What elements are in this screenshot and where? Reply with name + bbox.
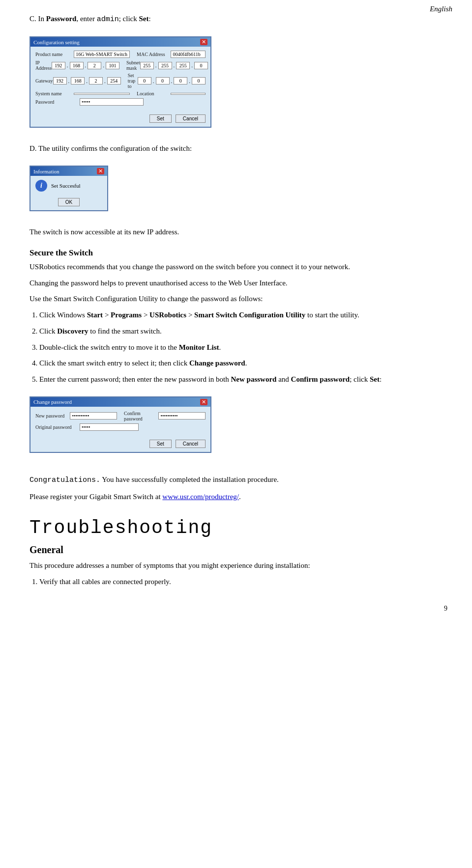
- gw-4: 254: [107, 77, 121, 84]
- info-dialog: Information ✕ i Set Succesful OK: [30, 166, 108, 211]
- verify-cables-item: Verify that all cables are connected pro…: [39, 576, 442, 588]
- register-para: Please register your Gigabit Smart Switc…: [30, 491, 442, 503]
- subnet-value-group: 255 . 255 . 255 . 0: [140, 62, 208, 69]
- info-message: Set Succesful: [51, 183, 81, 189]
- product-name-label: Product name: [35, 52, 74, 57]
- step-c-text: C. In Password, enter admin; click Set:: [30, 15, 442, 24]
- info-title: Information: [33, 168, 59, 174]
- admin-mono: admin: [97, 15, 119, 24]
- change-pwd-close-icon: ✕: [200, 399, 207, 405]
- new-password-bold: New password: [231, 375, 276, 383]
- change-pwd-dialog: Change password ✕ New password •••••••••…: [30, 396, 211, 453]
- step5-set-bold: Set: [370, 375, 380, 383]
- config-cancel-button[interactable]: Cancel: [176, 114, 206, 123]
- change-pwd-cancel-button[interactable]: Cancel: [176, 440, 206, 448]
- confirm-password-bold: Confirm password: [291, 375, 350, 383]
- secure-para1: USRobotics recommends that you change th…: [30, 261, 442, 273]
- ip-label: IP Address: [35, 60, 52, 71]
- ip-value-group: 192 . 168 . 2 . 101: [52, 62, 119, 69]
- gw-2: 168: [71, 77, 85, 84]
- new-pwd-input: ••••••••••: [70, 412, 117, 420]
- step-d-text: D. The utility confirms the configuratio…: [30, 144, 442, 153]
- password-bold: Password: [46, 15, 77, 23]
- change-pwd-footer: Set Cancel: [30, 437, 210, 452]
- congrats-text: You have successfully completed the inst…: [102, 476, 279, 483]
- info-ok-button[interactable]: OK: [58, 198, 80, 206]
- config-body: Product name 16G Web-SMART Switch MAC Ad…: [30, 47, 210, 112]
- congrats-para: Congratulations. You have successfully c…: [30, 474, 442, 487]
- trap-3: 0: [174, 77, 187, 84]
- change-pwd-body: New password •••••••••• Confirm password…: [30, 407, 210, 437]
- location-label: Location: [137, 91, 171, 96]
- step-4-item: Click the smart switch entry to select i…: [39, 357, 442, 369]
- trap-1: 0: [138, 77, 151, 84]
- change-pwd-titlebar: Change password ✕: [30, 397, 210, 407]
- sysname-value: [74, 93, 130, 95]
- config-dialog-footer: Set Cancel: [30, 112, 210, 127]
- troubleshooting-heading: Troubleshooting: [30, 517, 442, 538]
- confirm-pwd-input: ••••••••••: [158, 412, 206, 420]
- info-icon: i: [35, 180, 47, 192]
- register-text: Please register your Gigabit Smart Switc…: [30, 493, 162, 501]
- troubleshooting-list: Verify that all cables are connected pro…: [39, 576, 442, 588]
- subnet-2: 255: [158, 62, 172, 69]
- product-name-value: 16G Web-SMART Switch: [74, 51, 130, 58]
- confirm-pwd-label: Confirm password: [124, 411, 158, 421]
- set-bold: Set: [139, 15, 149, 23]
- step-1-item: Click Windows Start > Programs > USRobot…: [39, 309, 442, 321]
- orig-pwd-label: Original password: [35, 424, 80, 430]
- step-3-item: Double-click the switch entry to move it…: [39, 341, 442, 354]
- ip-octet-3: 2: [88, 62, 101, 69]
- ip-octet-1: 192: [52, 62, 65, 69]
- steps-list: Click Windows Start > Programs > USRobot…: [39, 309, 442, 386]
- settrap-value-group: 0 . 0 . 0 . 0: [138, 77, 206, 84]
- sysname-label: System name: [35, 91, 74, 96]
- gw-1: 192: [53, 77, 67, 84]
- gateway-value-group: 192 . 168 . 2 . 254: [53, 77, 121, 84]
- page-number: 9: [444, 605, 447, 613]
- orig-pwd-input: •••••: [80, 423, 139, 431]
- general-heading: General: [30, 544, 442, 556]
- subnet-3: 255: [176, 62, 190, 69]
- config-title: Configuration setting: [33, 39, 80, 45]
- pwd-value: •••••: [80, 98, 144, 106]
- subnet-4: 0: [194, 62, 208, 69]
- info-close-icon: ✕: [97, 168, 104, 174]
- usrobotics-bold: USRobotics: [149, 311, 186, 319]
- subnet-label: Subnet mask: [126, 60, 140, 71]
- settrap-label: Set trap to: [128, 73, 138, 89]
- monitor-list-bold: Monitor List: [179, 343, 219, 351]
- secure-switch-section: Secure the Switch USRobotics recommends …: [30, 248, 442, 305]
- gw-3: 2: [89, 77, 103, 84]
- step-2-item: Click Discovery to find the smart switch…: [39, 325, 442, 337]
- general-text: This procedure addresses a number of sym…: [30, 560, 442, 572]
- info-dialog-screenshot: Information ✕ i Set Succesful OK: [30, 160, 442, 220]
- gateway-label: Gateway: [35, 78, 53, 84]
- step-d-label: D. The utility confirms the configuratio…: [30, 144, 192, 152]
- register-link[interactable]: www.usr.com/productreg/: [162, 493, 239, 501]
- location-value: [171, 93, 206, 95]
- config-titlebar: Configuration setting ✕: [30, 37, 210, 47]
- trap-4: 0: [192, 77, 206, 84]
- info-titlebar: Information ✕: [30, 167, 107, 176]
- subnet-1: 255: [140, 62, 154, 69]
- utility-bold: Smart Switch Configuration Utility: [194, 311, 305, 319]
- config-close-icon: ✕: [200, 39, 207, 45]
- change-password-bold: Change password: [189, 359, 245, 367]
- pwd-label: Password: [35, 99, 80, 105]
- step-5-item: Enter the current password; then enter t…: [39, 373, 442, 386]
- mac-value: 0040f4fb611b: [171, 51, 206, 58]
- change-pwd-set-button[interactable]: Set: [149, 440, 172, 448]
- config-set-button[interactable]: Set: [149, 114, 172, 123]
- start-bold: Start: [87, 311, 103, 319]
- secure-switch-heading: Secure the Switch: [30, 248, 442, 258]
- ip-octet-4: 101: [106, 62, 119, 69]
- mac-label: MAC Address: [137, 52, 171, 57]
- config-dialog-screenshot: Configuration setting ✕ Product name 16G…: [30, 30, 442, 137]
- change-pwd-title: Change password: [33, 399, 72, 405]
- info-body: i Set Succesful: [30, 176, 107, 196]
- secure-para2: Changing the password helps to prevent u…: [30, 277, 442, 289]
- config-dialog: Configuration setting ✕ Product name 16G…: [30, 36, 211, 128]
- trap-2: 0: [156, 77, 170, 84]
- change-pwd-screenshot: Change password ✕ New password •••••••••…: [30, 391, 442, 462]
